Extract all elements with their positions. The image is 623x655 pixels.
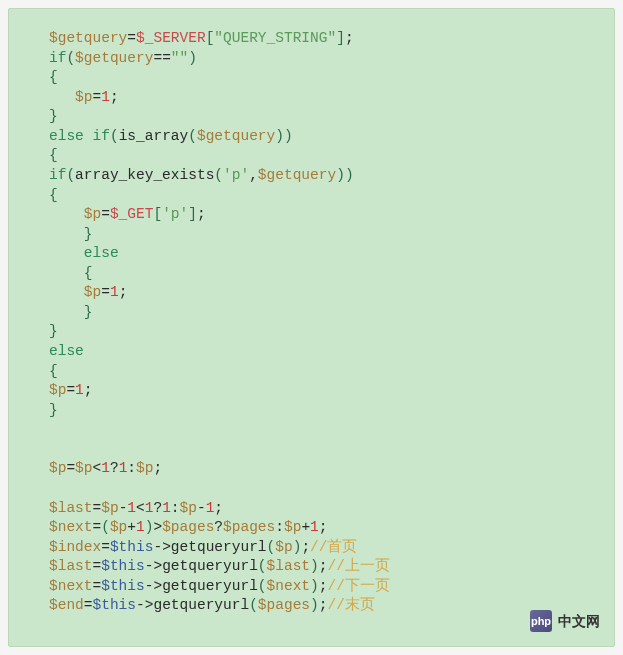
code-token: $getquery [49,30,127,46]
watermark-text: 中文网 [558,612,600,631]
watermark: php 中文网 [530,610,600,632]
php-logo-icon: php [530,610,552,632]
code-block: $getquery=$_SERVER["QUERY_STRING"]; if($… [8,8,615,647]
php-code: $getquery=$_SERVER["QUERY_STRING"]; if($… [49,29,574,616]
